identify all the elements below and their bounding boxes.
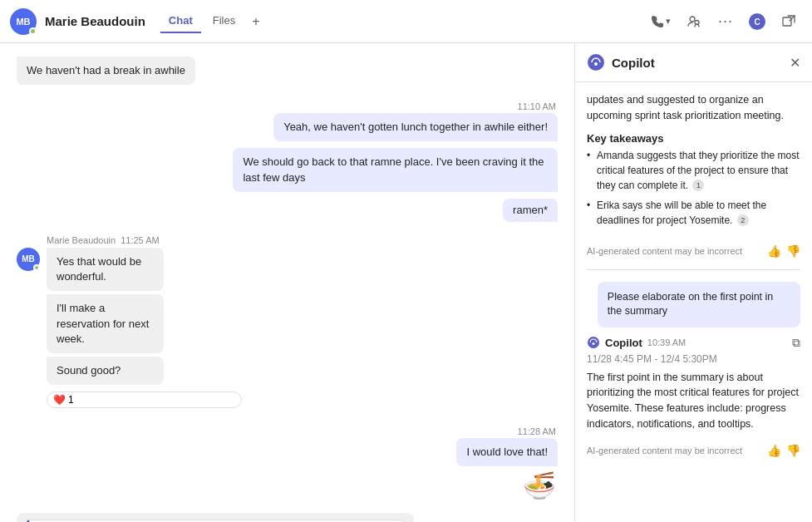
popout-button[interactable] <box>775 8 802 35</box>
popout-icon <box>782 15 795 28</box>
copilot-response-text: The first point in the summary is about … <box>587 370 800 432</box>
message-bubble: We haven't had a break in awhile <box>17 57 195 85</box>
message-bubble: ramen* <box>503 199 558 222</box>
chat-panel: We haven't had a break in awhile 11:10 A… <box>0 43 575 522</box>
copilot-response-dates: 11/28 4:45 PM - 12/4 5:30PM <box>587 353 800 365</box>
more-options-button[interactable]: ··· <box>712 8 739 35</box>
reaction-emoji: ❤️ <box>53 394 66 406</box>
add-tab-button[interactable]: + <box>247 14 264 29</box>
thumbs-up-button-2[interactable]: 👍 <box>767 444 781 457</box>
user-name: Marie Beaudouin <box>45 14 145 28</box>
ai-disclaimer: AI-generated content may be incorrect 👍 … <box>587 244 800 258</box>
message-bubble: Marie Beaudouin 11:05 AM Here is the lat… <box>17 513 414 522</box>
sender-time: 11:25 AM <box>121 235 159 245</box>
message-timestamp: 11:10 AM <box>518 101 556 111</box>
header-actions: ▾ ··· C <box>646 8 802 35</box>
message-bubble: Yes that would be wonderful. <box>47 248 164 291</box>
svg-text:C: C <box>754 17 760 27</box>
phone-icon <box>651 15 664 28</box>
takeaway-name: Erika <box>597 199 619 211</box>
copilot-user-prompt: Please elaborate on the first point in t… <box>598 282 800 327</box>
copilot-response-header: Copilot 10:39 AM ⧉ <box>587 336 800 350</box>
header-tabs: Chat Files + <box>160 9 265 33</box>
sender-name: Marie Beaudouin <box>47 235 116 245</box>
ai-disclaimer-2: AI-generated content may be incorrect 👍 … <box>587 444 800 457</box>
divider <box>587 269 800 270</box>
tab-files[interactable]: Files <box>204 9 244 33</box>
header: MB Marie Beaudouin Chat Files + ▾ ··· <box>0 0 812 43</box>
key-takeaways-label: Key takeaways <box>587 132 800 145</box>
copy-button[interactable]: ⧉ <box>792 336 800 350</box>
user-prompt-text: Please elaborate on the first point in t… <box>608 291 773 318</box>
copilot-icon: C <box>748 12 766 31</box>
message-text: I would love that! <box>466 446 548 458</box>
status-dot <box>29 27 37 35</box>
message-bubble: Sound good? <box>47 357 164 385</box>
message-text: We haven't had a break in awhile <box>27 64 185 76</box>
takeaway-name: Amanda <box>597 150 634 161</box>
ramen-emoji: 🍜 <box>523 470 556 501</box>
reaction-badge[interactable]: ❤️ 1 <box>47 392 242 408</box>
call-chevron: ▾ <box>666 16 671 27</box>
copilot-close-button[interactable]: ✕ <box>790 55 800 71</box>
tab-chat[interactable]: Chat <box>160 9 201 33</box>
avatar: MB <box>17 248 40 271</box>
copilot-header: Copilot ✕ <box>575 43 812 82</box>
message-text: ramen* <box>513 204 548 216</box>
disclaimer-text: AI-generated content may be incorrect <box>587 246 742 256</box>
thumbs-down-button[interactable]: 👎 <box>786 244 800 258</box>
message-bubble: I would love that! <box>456 438 558 466</box>
copilot-response-name: Copilot <box>605 337 642 349</box>
reference-2: 2 <box>737 214 749 226</box>
reaction-count: 1 <box>68 394 74 406</box>
disclaimer-actions-2: 👍 👎 <box>767 444 800 457</box>
disclaimer-actions: 👍 👎 <box>767 244 800 258</box>
table-row: We should go back to that ramne place. I… <box>17 148 558 191</box>
svg-point-6 <box>594 62 598 66</box>
svg-point-8 <box>593 342 595 345</box>
table-row: We haven't had a break in awhile <box>17 57 558 85</box>
chat-messages: We haven't had a break in awhile 11:10 A… <box>0 43 574 522</box>
copilot-response-icon <box>587 336 600 349</box>
message-text: Yeah, we haven't gotten lunch together i… <box>283 121 548 133</box>
table-row: Marie Beaudouin 11:25 AM MB Yes that wou… <box>17 235 558 408</box>
copilot-response-time: 10:39 AM <box>647 337 686 347</box>
contacts-icon <box>687 15 701 28</box>
copilot-summary-intro: updates and suggested to organize an upc… <box>587 92 800 124</box>
copilot-panel: Copilot ✕ updates and suggested to organ… <box>575 43 812 522</box>
copilot-title: Copilot <box>612 56 790 70</box>
copilot-content: updates and suggested to organize an upc… <box>575 82 812 522</box>
table-row: Marie Beaudouin 11:05 AM Here is the lat… <box>17 513 558 522</box>
reference-1: 1 <box>692 180 704 191</box>
thumbs-down-button-2[interactable]: 👎 <box>786 444 800 457</box>
copilot-logo-icon <box>587 53 605 71</box>
message-bubble: We should go back to that ramne place. I… <box>233 148 558 191</box>
sender-info: Marie Beaudouin 11:25 AM <box>17 235 160 245</box>
svg-rect-4 <box>783 17 791 26</box>
msg-with-avatar: MB Yes that would be wonderful. I'll mak… <box>17 248 242 408</box>
avatar: MB <box>10 8 37 35</box>
table-row: 11:10 AM Yeah, we haven't gotten lunch t… <box>17 96 558 141</box>
main-layout: We haven't had a break in awhile 11:10 A… <box>0 43 812 522</box>
more-icon: ··· <box>718 12 733 30</box>
list-item: Erika says she will be able to meet the … <box>587 198 800 228</box>
copilot-key-takeaways: Key takeaways Amanda suggests that they … <box>587 132 800 233</box>
contacts-button[interactable] <box>681 8 707 35</box>
status-dot <box>33 264 40 271</box>
msg-group: Yes that would be wonderful. I'll make a… <box>47 248 242 408</box>
table-row: ramen* <box>17 199 558 222</box>
disclaimer-text-2: AI-generated content may be incorrect <box>587 446 742 456</box>
svg-point-0 <box>690 17 695 22</box>
copilot-response: Copilot 10:39 AM ⧉ 11/28 4:45 PM - 12/4 … <box>587 336 800 432</box>
message-bubble: I'll make a reservation for next week. <box>47 294 164 353</box>
table-row: 11:28 AM I would love that! 🍜 <box>17 421 558 501</box>
list-item: Amanda suggests that they prioritize the… <box>587 148 800 193</box>
message-timestamp: 11:28 AM <box>518 426 556 436</box>
message-bubble: Yeah, we haven't gotten lunch together i… <box>273 113 558 141</box>
copilot-icon-button[interactable]: C <box>744 8 770 35</box>
message-text: We should go back to that ramne place. I… <box>243 155 544 183</box>
call-button[interactable]: ▾ <box>646 12 676 32</box>
thumbs-up-button[interactable]: 👍 <box>767 244 781 258</box>
